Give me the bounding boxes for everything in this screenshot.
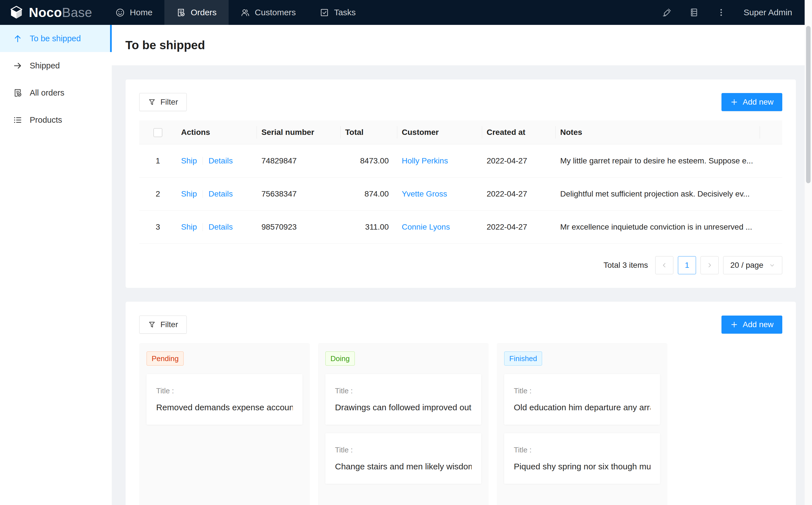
cell-serial-number: 75638347 <box>257 177 341 210</box>
cell-empty <box>760 144 782 177</box>
add-new-button-label: Add new <box>743 98 774 107</box>
pagination-prev-button[interactable] <box>655 256 673 274</box>
kanban-card[interactable]: Title :Piqued shy spring nor six though … <box>504 433 660 484</box>
column-header-total: Total <box>341 121 397 144</box>
cell-customer: Holly Perkins <box>397 144 482 177</box>
customer-link[interactable]: Connie Lyons <box>402 222 450 231</box>
pagination-page-1[interactable]: 1 <box>678 256 696 274</box>
card-title-value: Old education him departure any arra... <box>514 403 651 412</box>
filter-button[interactable]: Filter <box>139 93 187 111</box>
cell-total: 311.00 <box>341 210 397 243</box>
sidebar-item-label: All orders <box>30 88 64 98</box>
nav-item-home[interactable]: Home <box>104 0 164 25</box>
sidebar-item-shipped[interactable]: Shipped <box>0 52 112 79</box>
orders-block: Filter Add new ActionsSerial numberTo <box>126 79 796 288</box>
page-size-value: 20 / page <box>730 261 763 270</box>
table-row: 2ShipDetails75638347874.00Yvette Gross20… <box>139 177 782 210</box>
main-content: To be shipped Filter Add n <box>112 25 805 505</box>
filter-icon <box>148 321 156 329</box>
card-field-label: Title : <box>335 386 471 395</box>
nav-item-label: Customers <box>255 8 296 17</box>
column-header-serial-number: Serial number <box>257 121 341 144</box>
sidebar-item-label: Products <box>30 115 62 125</box>
column-header-label: Notes <box>560 128 582 137</box>
row-actions: ShipDetails <box>176 177 257 210</box>
cell-empty <box>760 210 782 243</box>
tasks-filter-button-label: Filter <box>160 320 178 329</box>
ship-link[interactable]: Ship <box>181 189 197 198</box>
ship-link[interactable]: Ship <box>181 222 197 231</box>
page-body: Filter Add new ActionsSerial numberTo <box>112 65 805 505</box>
sidebar-item-to-be-shipped[interactable]: To be shipped <box>0 25 112 52</box>
sidebar-item-all-orders[interactable]: All orders <box>0 79 112 106</box>
column-header-label: Serial number <box>261 128 314 137</box>
details-link[interactable]: Details <box>209 156 233 165</box>
user-menu[interactable]: Super Admin <box>743 8 792 17</box>
sidebar-item-label: Shipped <box>30 61 60 70</box>
pagination: Total 3 items 1 20 / page <box>139 256 782 274</box>
column-header-created-at: Created at <box>482 121 556 144</box>
smile-icon <box>115 8 125 17</box>
nav-right-actions: Super Admin <box>662 8 805 17</box>
column-header-label: Created at <box>487 128 525 137</box>
details-link[interactable]: Details <box>209 222 233 231</box>
action-divider <box>202 223 203 231</box>
chevron-left-icon <box>661 262 668 269</box>
row-index: 2 <box>139 177 176 210</box>
customer-link[interactable]: Holly Perkins <box>402 156 448 165</box>
table-header-row: ActionsSerial numberTotalCustomerCreated… <box>139 121 782 144</box>
sidebar-item-products[interactable]: Products <box>0 106 112 134</box>
row-actions: ShipDetails <box>176 144 257 177</box>
column-header-label: Actions <box>181 128 210 137</box>
scrollbar-thumb[interactable] <box>806 26 811 183</box>
row-index: 3 <box>139 210 176 243</box>
sidebar: To be shippedShippedAll ordersProducts <box>0 25 112 505</box>
database-icon[interactable] <box>689 8 699 17</box>
status-tag-pending: Pending <box>147 351 184 366</box>
tasks-block: Filter Add new PendingTitle :Removed dem… <box>126 302 796 505</box>
page-scrollbar[interactable] <box>805 0 812 505</box>
nav-item-orders[interactable]: Orders <box>164 0 229 25</box>
details-link[interactable]: Details <box>209 189 233 198</box>
nav-item-customers[interactable]: Customers <box>229 0 308 25</box>
cell-total: 8473.00 <box>341 144 397 177</box>
check-square-icon <box>320 8 329 17</box>
nav-item-label: Orders <box>191 8 217 17</box>
add-new-button[interactable]: Add new <box>721 93 782 111</box>
kanban-card[interactable]: Title :Old education him departure any a… <box>504 374 660 425</box>
cell-customer: Yvette Gross <box>397 177 482 210</box>
kanban-card[interactable]: Title :Drawings can followed improved ou… <box>325 374 481 425</box>
cell-total: 874.00 <box>341 177 397 210</box>
plus-icon <box>730 98 738 106</box>
ship-link[interactable]: Ship <box>181 156 197 165</box>
sidebar-item-label: To be shipped <box>30 34 81 43</box>
page-size-select[interactable]: 20 / page <box>723 256 782 274</box>
kanban-card[interactable]: Title :Change stairs and men likely wisd… <box>325 433 481 484</box>
kanban-card[interactable]: Title :Removed demands expense account i… <box>147 374 302 425</box>
nav-item-tasks[interactable]: Tasks <box>308 0 368 25</box>
more-vertical-icon[interactable] <box>716 8 726 17</box>
filter-button-label: Filter <box>160 98 178 107</box>
list-icon <box>13 115 22 125</box>
cell-created-at: 2022-04-27 <box>482 210 556 243</box>
filter-icon <box>148 98 156 106</box>
customer-link[interactable]: Yvette Gross <box>402 189 447 198</box>
column-header-empty <box>760 121 782 144</box>
nav-item-label: Tasks <box>334 8 356 17</box>
pagination-total: Total 3 items <box>603 261 648 270</box>
table-row: 3ShipDetails98570923311.00Connie Lyons20… <box>139 210 782 243</box>
chevron-right-icon <box>706 262 713 269</box>
tasks-filter-button[interactable]: Filter <box>139 316 187 334</box>
highlighter-icon[interactable] <box>662 8 672 17</box>
cell-customer: Connie Lyons <box>397 210 482 243</box>
status-tag-doing: Doing <box>325 351 355 366</box>
app-logo[interactable]: NocoBase <box>0 5 104 20</box>
cell-created-at: 2022-04-27 <box>482 144 556 177</box>
pagination-next-button[interactable] <box>700 256 719 274</box>
select-all-checkbox[interactable] <box>153 128 162 137</box>
tasks-add-new-button[interactable]: Add new <box>721 316 782 334</box>
card-field-label: Title : <box>335 446 471 454</box>
file-done-icon <box>13 88 22 98</box>
app-logo-text: NocoBase <box>29 5 92 20</box>
orders-toolbar: Filter Add new <box>139 93 782 111</box>
